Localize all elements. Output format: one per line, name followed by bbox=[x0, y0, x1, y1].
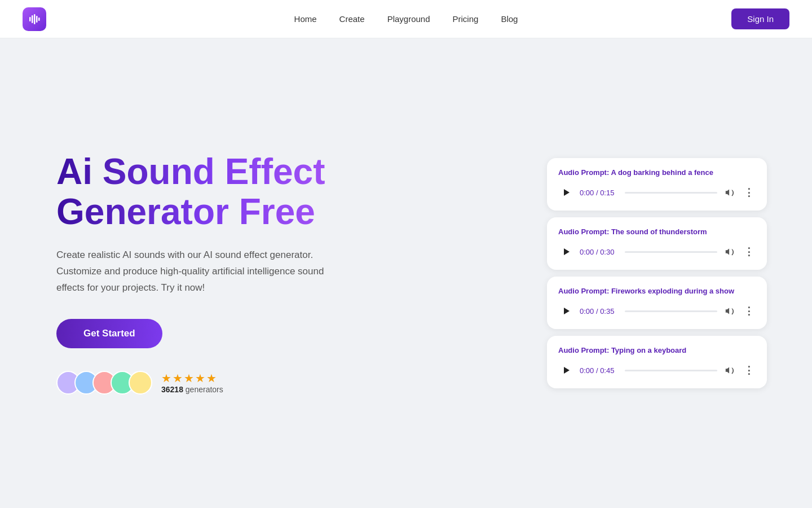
time-display-1: 0:00 / 0:15 bbox=[580, 189, 619, 197]
get-started-button[interactable]: Get Started bbox=[56, 319, 162, 348]
hero-title: Ai Sound Effect Generator Free bbox=[56, 152, 350, 231]
play-button-2[interactable] bbox=[558, 244, 574, 260]
nav-links: Home Create Playground Pricing Blog bbox=[294, 14, 518, 24]
hero-description: Create realistic AI sounds with our AI s… bbox=[56, 247, 350, 296]
play-button-1[interactable] bbox=[558, 185, 574, 200]
volume-button-1[interactable] bbox=[723, 186, 736, 199]
progress-track-4[interactable] bbox=[625, 370, 717, 371]
nav-home[interactable]: Home bbox=[294, 14, 317, 24]
audio-card-2: Audio Prompt: The sound of thunderstorm … bbox=[547, 217, 767, 270]
audio-card-title-1: Audio Prompt: A dog barking behind a fen… bbox=[558, 168, 756, 177]
audio-player-4: 0:00 / 0:45 ⋮ bbox=[558, 362, 756, 378]
time-display-3: 0:00 / 0:35 bbox=[580, 307, 619, 316]
volume-button-4[interactable] bbox=[723, 364, 736, 377]
audio-player-2: 0:00 / 0:30 ⋮ bbox=[558, 244, 756, 260]
audio-player-1: 0:00 / 0:15 ⋮ bbox=[558, 185, 756, 200]
nav-blog[interactable]: Blog bbox=[501, 14, 518, 24]
audio-card-3: Audio Prompt: Fireworks exploding during… bbox=[547, 277, 767, 329]
sign-in-button[interactable]: Sign In bbox=[731, 8, 789, 29]
svg-marker-8 bbox=[564, 367, 570, 374]
progress-track-2[interactable] bbox=[625, 251, 717, 253]
logo[interactable] bbox=[23, 7, 46, 31]
svg-marker-5 bbox=[564, 189, 570, 196]
progress-track-1[interactable] bbox=[625, 192, 717, 194]
volume-button-3[interactable] bbox=[723, 304, 736, 318]
play-button-4[interactable] bbox=[558, 362, 574, 378]
more-button-4[interactable]: ⋮ bbox=[742, 364, 756, 377]
audio-card-4: Audio Prompt: Typing on a keyboard 0:00 … bbox=[547, 336, 767, 388]
audio-card-title-2: Audio Prompt: The sound of thunderstorm bbox=[558, 227, 756, 236]
svg-marker-6 bbox=[564, 248, 570, 255]
more-button-3[interactable]: ⋮ bbox=[742, 304, 756, 318]
time-display-2: 0:00 / 0:30 bbox=[580, 248, 619, 256]
svg-rect-4 bbox=[38, 17, 40, 21]
proof-text: 36218 generators bbox=[161, 385, 223, 394]
time-display-4: 0:00 / 0:45 bbox=[580, 366, 619, 375]
logo-icon bbox=[23, 7, 46, 31]
audio-card-title-3: Audio Prompt: Fireworks exploding during… bbox=[558, 287, 756, 295]
avatar-group bbox=[56, 371, 152, 395]
more-button-1[interactable]: ⋮ bbox=[742, 186, 756, 199]
svg-rect-0 bbox=[29, 17, 31, 21]
nav-pricing[interactable]: Pricing bbox=[453, 14, 479, 24]
volume-button-2[interactable] bbox=[723, 245, 736, 259]
nav-create[interactable]: Create bbox=[339, 14, 365, 24]
avatar bbox=[129, 371, 152, 395]
more-button-2[interactable]: ⋮ bbox=[742, 245, 756, 259]
svg-rect-3 bbox=[36, 16, 38, 23]
play-button-3[interactable] bbox=[558, 303, 574, 319]
audio-player-3: 0:00 / 0:35 ⋮ bbox=[558, 303, 756, 319]
star-rating: ★★★★★ bbox=[161, 371, 223, 385]
svg-marker-7 bbox=[564, 308, 570, 314]
audio-cards-panel: Audio Prompt: A dog barking behind a fen… bbox=[547, 158, 767, 388]
audio-card-1: Audio Prompt: A dog barking behind a fen… bbox=[547, 158, 767, 211]
nav-playground[interactable]: Playground bbox=[387, 14, 430, 24]
audio-card-title-4: Audio Prompt: Typing on a keyboard bbox=[558, 346, 756, 354]
svg-rect-2 bbox=[34, 14, 36, 24]
progress-track-3[interactable] bbox=[625, 310, 717, 312]
social-proof: ★★★★★ 36218 generators bbox=[56, 371, 350, 395]
svg-rect-1 bbox=[32, 15, 33, 23]
